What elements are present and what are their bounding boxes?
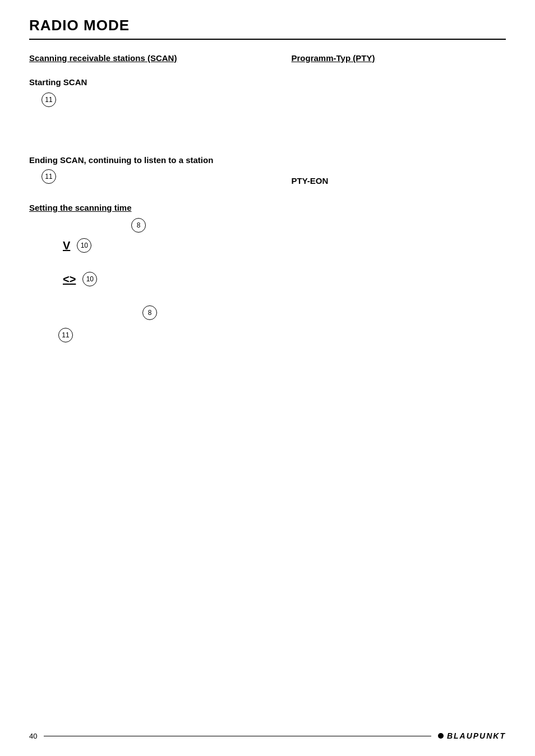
circle-11-end: 11 bbox=[41, 169, 56, 184]
ending-scan-circle-row: 11 bbox=[29, 168, 280, 185]
v-symbol: V bbox=[63, 239, 70, 252]
step4-container: 8 11 bbox=[29, 301, 280, 347]
circle-11-start: 11 bbox=[41, 92, 56, 107]
starting-scan-circle-row: 11 bbox=[29, 91, 280, 108]
footer: 40 BLAUPUNKT bbox=[29, 731, 506, 740]
pty-heading: Programm-Typ (PTY) bbox=[292, 52, 506, 64]
pty-eon-label: PTY-EON bbox=[292, 176, 506, 185]
ending-scan-subsection: Ending SCAN, continuing to listen to a s… bbox=[29, 155, 280, 185]
two-col-layout: Scanning receivable stations (SCAN) Star… bbox=[29, 52, 506, 347]
step4-circle8-row: 8 bbox=[29, 304, 280, 321]
setting-scan-heading: Setting the scanning time bbox=[29, 202, 280, 214]
step4-circle11-row: 11 bbox=[29, 327, 280, 344]
page: RADIO MODE Scanning receivable stations … bbox=[0, 0, 535, 756]
circle-10-step2: 10 bbox=[77, 238, 91, 253]
left-column: Scanning receivable stations (SCAN) Star… bbox=[29, 52, 292, 347]
setting-scan-section: Setting the scanning time 8 V 10 <> 10 bbox=[29, 202, 280, 347]
circle-10-step3: 10 bbox=[82, 272, 97, 286]
page-number: 40 bbox=[29, 732, 37, 740]
arrows-symbol: <> bbox=[63, 273, 76, 286]
scan-heading: Scanning receivable stations (SCAN) bbox=[29, 52, 280, 64]
ending-scan-label: Ending SCAN, continuing to listen to a s… bbox=[29, 155, 280, 165]
circle-11-step4: 11 bbox=[58, 328, 73, 342]
starting-scan-label: Starting SCAN bbox=[29, 77, 280, 87]
brand-name: BLAUPUNKT bbox=[447, 731, 506, 740]
scan-section: Scanning receivable stations (SCAN) bbox=[29, 52, 280, 64]
brand-dot bbox=[438, 733, 444, 739]
spacer3 bbox=[29, 291, 280, 301]
spacer2 bbox=[29, 257, 280, 267]
footer-line bbox=[44, 736, 431, 736]
brand-logo: BLAUPUNKT bbox=[438, 731, 506, 740]
step1-row: 8 bbox=[29, 217, 280, 234]
spacer1 bbox=[29, 122, 280, 155]
right-column: Programm-Typ (PTY) PTY-EON bbox=[292, 52, 506, 347]
step3-row: <> 10 bbox=[29, 271, 280, 287]
circle-8-step1: 8 bbox=[131, 218, 146, 233]
step2-row: V 10 bbox=[29, 237, 280, 254]
circle-8-step4: 8 bbox=[142, 305, 157, 320]
title-divider bbox=[29, 39, 506, 40]
starting-scan-subsection: Starting SCAN 11 bbox=[29, 77, 280, 108]
page-title: RADIO MODE bbox=[29, 17, 506, 34]
